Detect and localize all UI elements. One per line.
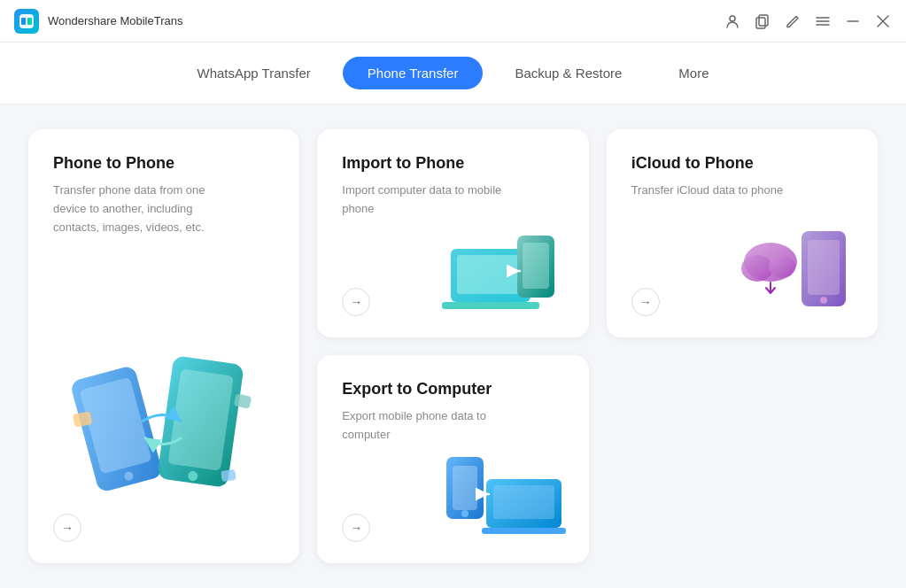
copy-icon[interactable] [754, 12, 771, 30]
svg-rect-23 [442, 302, 539, 309]
phone-to-phone-illustration [46, 298, 282, 528]
card-import-title: Import to Phone [342, 154, 563, 173]
import-illustration [433, 205, 575, 323]
svg-rect-22 [457, 255, 524, 294]
main-content: Phone to Phone Transfer phone data from … [0, 104, 906, 588]
svg-rect-1 [21, 18, 26, 25]
tab-whatsapp[interactable]: WhatsApp Transfer [172, 57, 335, 89]
card-icloud-title: iCloud to Phone [631, 154, 853, 173]
edit-icon[interactable] [784, 12, 801, 30]
svg-rect-25 [523, 243, 549, 289]
card-export-title: Export to Computer [342, 380, 563, 398]
tab-more[interactable]: More [654, 57, 733, 89]
svg-rect-4 [759, 15, 768, 26]
minimize-icon[interactable] [844, 12, 862, 30]
app-icon [14, 9, 39, 34]
card-phone-to-phone-arrow[interactable]: → [53, 514, 81, 542]
card-phone-to-phone-desc: Transfer phone data from one device to a… [53, 182, 230, 236]
card-import-arrow[interactable]: → [342, 288, 370, 316]
export-illustration [433, 430, 575, 549]
app-title: Wondershare MobileTrans [48, 14, 182, 27]
svg-rect-13 [80, 377, 152, 475]
svg-point-28 [820, 297, 827, 304]
card-icloud-to-phone[interactable]: iCloud to Phone Transfer iCloud data to … [607, 129, 878, 337]
window-controls [724, 12, 892, 30]
svg-point-31 [769, 255, 795, 278]
card-export-to-computer[interactable]: Export to Computer Export mobile phone d… [317, 355, 588, 563]
icloud-illustration [722, 205, 863, 323]
svg-rect-37 [482, 528, 566, 534]
svg-rect-33 [453, 466, 477, 510]
tab-backup[interactable]: Backup & Restore [490, 57, 647, 89]
account-icon[interactable] [724, 12, 741, 30]
card-icloud-desc: Transfer iCloud data to phone [631, 182, 809, 200]
svg-point-34 [461, 510, 468, 517]
card-export-arrow[interactable]: → [342, 514, 370, 542]
tab-phone[interactable]: Phone Transfer [343, 57, 484, 89]
cards-grid: Phone to Phone Transfer phone data from … [28, 129, 878, 563]
menu-icon[interactable] [814, 12, 832, 30]
nav-bar: WhatsApp Transfer Phone Transfer Backup … [0, 43, 906, 104]
title-bar: Wondershare MobileTrans [0, 0, 906, 43]
svg-rect-20 [221, 469, 236, 482]
svg-rect-27 [808, 240, 840, 295]
card-icloud-arrow[interactable]: → [631, 288, 660, 316]
card-phone-to-phone-title: Phone to Phone [53, 154, 275, 173]
svg-point-30 [741, 255, 773, 282]
close-icon[interactable] [874, 12, 892, 30]
card-phone-to-phone[interactable]: Phone to Phone Transfer phone data from … [28, 129, 299, 563]
svg-rect-5 [756, 18, 765, 28]
svg-rect-36 [493, 485, 554, 519]
app-branding: Wondershare MobileTrans [14, 9, 182, 34]
card-import-to-phone[interactable]: Import to Phone Import computer data to … [317, 129, 588, 337]
svg-point-3 [730, 16, 735, 21]
svg-rect-2 [27, 18, 32, 25]
